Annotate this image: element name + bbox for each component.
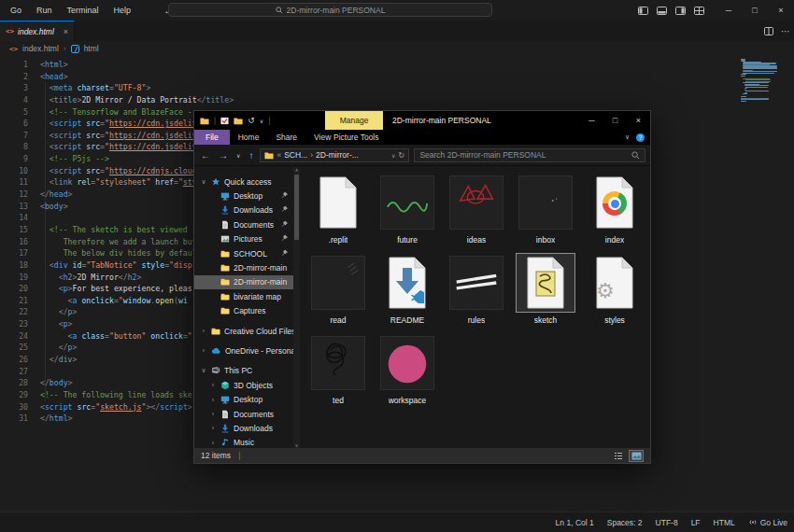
file-item-rules[interactable]: rules: [442, 253, 511, 333]
file-label: workspace: [389, 396, 427, 405]
explorer-close-button[interactable]: ×: [627, 111, 650, 130]
status-utf-8[interactable]: UTF-8: [649, 518, 685, 527]
thumbnail-view-button[interactable]: [629, 450, 644, 462]
nav-back-button[interactable]: ←: [199, 150, 212, 161]
file-item-styles[interactable]: ⚙styles: [580, 253, 649, 333]
sidebar-item-bivariate-map[interactable]: bivariate map: [194, 289, 293, 303]
address-bar[interactable]: « SCH... › 2D-mirror-... ∨ ↻: [260, 148, 409, 162]
sidebar-item-documents[interactable]: Documents: [194, 217, 293, 231]
sidebar-item-downloads[interactable]: Downloads: [194, 203, 293, 217]
status-lf[interactable]: LF: [685, 518, 707, 527]
sidebar-item-music[interactable]: ›Music: [194, 436, 293, 448]
expand-chevron-icon[interactable]: ›: [209, 411, 217, 417]
breadcrumb-file[interactable]: index.html: [22, 44, 59, 53]
expand-chevron-icon[interactable]: ›: [209, 425, 217, 431]
sidebar-item-onedrive-personal[interactable]: ›OneDrive - Personal: [194, 343, 293, 357]
file-item-ideas[interactable]: ideas: [442, 173, 511, 253]
expand-chevron-icon[interactable]: ∨: [200, 178, 207, 186]
properties-check-icon[interactable]: [220, 117, 229, 125]
address-overflow-chevron[interactable]: «: [276, 150, 281, 160]
command-center[interactable]: 2D-mirror-main PERSONAL: [168, 3, 492, 17]
address-dropdown-icon[interactable]: ∨: [391, 152, 395, 159]
expand-chevron-icon[interactable]: ›: [209, 397, 217, 403]
new-folder-icon[interactable]: [234, 117, 243, 125]
sidebar-item-captures[interactable]: Captures: [194, 304, 293, 318]
expand-chevron-icon[interactable]: ›: [209, 440, 217, 446]
file-item--replit[interactable]: .replit: [304, 173, 373, 253]
sidebar-item-school[interactable]: SCHOOL: [194, 246, 293, 260]
status-spaces-2[interactable]: Spaces: 2: [601, 518, 649, 527]
nav-recent-dropdown-icon[interactable]: ∨: [234, 152, 242, 159]
ribbon-collapse-icon[interactable]: ∨: [625, 133, 630, 141]
expand-chevron-icon[interactable]: ›: [209, 382, 217, 388]
status-html[interactable]: HTML: [707, 518, 742, 527]
nav-up-button[interactable]: ↑: [247, 150, 255, 161]
sidebar-item-label: Creative Cloud Files: [224, 327, 293, 336]
address-crumb-school[interactable]: SCH...: [284, 150, 307, 160]
menu-help[interactable]: Help: [107, 3, 138, 18]
tab-index-html[interactable]: <> index.html ×: [0, 21, 75, 41]
breadcrumb-symbol[interactable]: html: [84, 44, 99, 53]
folder-icon[interactable]: [200, 117, 209, 125]
gear-file-icon: ⚙: [585, 253, 645, 313]
file-item-sketch[interactable]: sketch: [511, 253, 580, 333]
minimap[interactable]: [741, 59, 792, 102]
sidebar-item-creative-cloud-files[interactable]: ›Creative Cloud Files: [194, 324, 293, 338]
scroll-up-icon[interactable]: ∧: [295, 167, 299, 173]
sidebar-scrollbar[interactable]: ∧ ∨: [293, 167, 300, 448]
go-live-button[interactable]: Go Live: [742, 518, 794, 527]
file-item-workspace[interactable]: workspace: [373, 333, 442, 413]
qat-dropdown-icon[interactable]: ∨: [260, 118, 263, 124]
sidebar-item-pictures[interactable]: Pictures: [194, 232, 293, 246]
file-item-inbox[interactable]: inbox: [511, 173, 580, 253]
maximize-button[interactable]: □: [742, 0, 768, 21]
sidebar-item-quick-access[interactable]: ∨Quick access: [194, 175, 293, 189]
toggle-secondary-sidebar-icon[interactable]: [675, 7, 686, 15]
undo-icon[interactable]: ↺: [248, 116, 255, 125]
explorer-minimize-button[interactable]: ─: [580, 111, 603, 130]
status-ln-1-col-1[interactable]: Ln 1, Col 1: [549, 518, 601, 527]
ribbon-tab-picture-tools[interactable]: Picture Tools: [325, 130, 388, 145]
wave-file-icon: [377, 173, 437, 232]
explorer-search-input[interactable]: Search 2D-mirror-main PERSONAL: [414, 148, 645, 162]
sidebar-item-2d-mirror-main[interactable]: 2D-mirror-main: [194, 260, 293, 274]
file-item-read[interactable]: read: [304, 253, 373, 333]
customize-layout-icon[interactable]: [694, 7, 704, 15]
file-item-index[interactable]: index: [580, 173, 649, 253]
ribbon-tab-share[interactable]: Share: [267, 130, 305, 145]
menu-run[interactable]: Run: [30, 3, 59, 18]
sidebar-item-3d-objects[interactable]: ›3D Objects: [194, 378, 293, 392]
address-crumb-folder[interactable]: 2D-mirror-...: [316, 150, 359, 160]
scrollbar-thumb[interactable]: [294, 175, 299, 240]
ribbon-tab-file[interactable]: File: [194, 130, 230, 145]
details-view-button[interactable]: [611, 450, 626, 462]
ribbon-tab-home[interactable]: Home: [230, 130, 268, 145]
sidebar-item-this-pc[interactable]: ∨This PC: [194, 364, 293, 378]
sidebar-item-desktop[interactable]: Desktop: [194, 189, 293, 203]
sidebar-item-documents[interactable]: ›Documents: [194, 407, 293, 421]
toggle-sidebar-icon[interactable]: [638, 7, 648, 15]
nav-forward-button[interactable]: →: [217, 150, 230, 161]
help-icon[interactable]: ?: [636, 133, 645, 142]
sidebar-item-desktop[interactable]: ›Desktop: [194, 392, 293, 406]
html-file-icon: <>: [6, 27, 14, 35]
minimize-button[interactable]: ─: [716, 0, 742, 21]
sidebar-item-downloads[interactable]: ›Downloads: [194, 421, 293, 435]
file-item-future[interactable]: future: [373, 173, 442, 253]
toggle-panel-icon[interactable]: [657, 7, 667, 15]
close-button[interactable]: ×: [768, 0, 794, 21]
expand-chevron-icon[interactable]: ∨: [200, 367, 207, 374]
sidebar-item-2d-mirror-main[interactable]: 2D-mirror-main: [194, 275, 293, 289]
refresh-icon[interactable]: ↻: [398, 150, 404, 160]
file-item-ted[interactable]: ted: [304, 333, 373, 413]
expand-chevron-icon[interactable]: ›: [200, 328, 207, 334]
split-editor-icon[interactable]: [764, 27, 773, 35]
menu-terminal[interactable]: Terminal: [61, 3, 106, 18]
expand-chevron-icon[interactable]: ›: [200, 347, 207, 354]
explorer-maximize-button[interactable]: □: [603, 111, 627, 130]
file-item-readme[interactable]: README: [373, 253, 442, 333]
more-actions-icon[interactable]: ⋯: [781, 26, 790, 36]
menu-go[interactable]: Go: [4, 3, 28, 18]
manage-ribbon-group[interactable]: Manage: [325, 111, 383, 130]
tab-close-icon[interactable]: ×: [64, 27, 68, 36]
